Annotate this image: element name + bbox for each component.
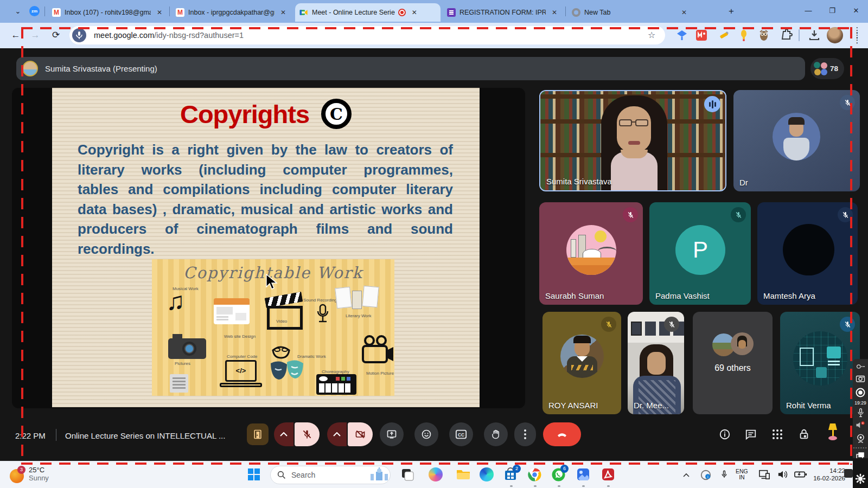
tray-mic-icon[interactable] bbox=[719, 469, 729, 482]
reload-button[interactable]: ⟳ bbox=[48, 27, 64, 43]
video-tile-dr[interactable]: Dr bbox=[733, 90, 860, 191]
browser-menu-icon[interactable]: ⋮⋮⋮ bbox=[853, 28, 861, 43]
mic-toggle-button[interactable] bbox=[295, 422, 320, 446]
microsoft-store-icon[interactable]: 2 bbox=[503, 467, 519, 483]
present-button[interactable] bbox=[380, 422, 404, 446]
recorder-speaker-icon[interactable]: ✕ bbox=[853, 421, 868, 432]
downloads-icon[interactable] bbox=[807, 28, 821, 42]
recorder-mic-icon[interactable] bbox=[853, 408, 868, 420]
mic-off-badge bbox=[601, 317, 616, 332]
browser-profile-avatar[interactable] bbox=[827, 27, 843, 43]
tab-gmail-1[interactable]: M Inbox (107) - rohitv198@gmail. ✕ bbox=[48, 3, 168, 22]
video-tile-rohit[interactable]: Rohit Verma bbox=[780, 312, 860, 414]
mic-off-badge bbox=[840, 95, 855, 110]
new-tab-button[interactable]: + bbox=[725, 5, 738, 18]
tab-close-icon[interactable]: ✕ bbox=[410, 9, 419, 16]
chrome-taskbar-icon[interactable] bbox=[527, 467, 542, 483]
recorder-record-icon[interactable] bbox=[853, 387, 868, 400]
tab-gmail-2[interactable]: M Inbox - iprgpgcdakpathar@gm ✕ bbox=[171, 3, 292, 22]
window-maximize-button[interactable]: ❐ bbox=[820, 0, 844, 22]
mic-off-badge bbox=[731, 207, 746, 222]
photos-icon[interactable] bbox=[576, 467, 591, 483]
site-mic-permission-icon[interactable] bbox=[72, 28, 86, 42]
camera-options-chevron[interactable] bbox=[327, 422, 347, 446]
tab-newtab[interactable]: New Tab ✕ bbox=[567, 3, 715, 22]
bookmark-star-icon[interactable]: ☆ bbox=[648, 30, 658, 40]
video-tile-padma[interactable]: P Padma Vashist bbox=[649, 202, 751, 305]
more-options-button[interactable] bbox=[514, 422, 536, 446]
tray-hidden-icons-chevron[interactable] bbox=[682, 470, 690, 480]
tray-battery-icon[interactable] bbox=[794, 469, 807, 482]
host-controls-button[interactable] bbox=[796, 427, 812, 442]
slide-body-text: Copyright is a right given by the law to… bbox=[78, 140, 453, 259]
meet-icon bbox=[299, 8, 308, 17]
extension-icon-blue[interactable] bbox=[675, 28, 689, 42]
file-explorer-icon[interactable] bbox=[456, 467, 471, 483]
window-close-button[interactable]: ✕ bbox=[844, 0, 868, 22]
extension-icon-owl[interactable] bbox=[757, 28, 771, 42]
tray-cast-icon[interactable] bbox=[758, 469, 770, 482]
task-view-icon[interactable] bbox=[400, 467, 416, 483]
participants-count-pill[interactable]: 78 bbox=[810, 58, 844, 79]
tray-clock[interactable]: 14:22 16-02-2026 bbox=[813, 467, 845, 482]
forward-button[interactable]: → bbox=[27, 27, 43, 43]
camera-toggle-button[interactable] bbox=[348, 422, 373, 446]
presenter-banner: Sumita Srivastava (Presenting) bbox=[16, 57, 805, 80]
recorder-settings-icon[interactable] bbox=[853, 473, 868, 486]
mouse-cursor bbox=[265, 274, 279, 292]
gmail-icon: M bbox=[176, 8, 184, 17]
edge-icon[interactable] bbox=[480, 467, 495, 483]
meet-control-bar: 2:22 PM Online Lecture Series on INTELLE… bbox=[0, 415, 868, 461]
video-tile-saurabh[interactable]: Saurabh Suman bbox=[539, 202, 643, 305]
tab-meet-active[interactable]: Meet - Online Lecture Serie ✕ bbox=[295, 3, 441, 22]
tray-language-indicator[interactable]: ENG IN bbox=[736, 468, 748, 480]
window-minimize-button[interactable]: — bbox=[796, 0, 820, 22]
copilot-icon[interactable] bbox=[429, 467, 444, 483]
acrobat-icon[interactable] bbox=[601, 467, 616, 483]
extension-icon-highlighter[interactable] bbox=[717, 28, 731, 42]
tab-close-icon[interactable]: ✕ bbox=[550, 9, 559, 16]
extension-icon-red[interactable] bbox=[694, 28, 709, 42]
video-tile-roy[interactable]: ROY ANSARI bbox=[542, 312, 621, 414]
recorder-plugin-icon[interactable] bbox=[853, 362, 868, 372]
video-tile-mamtesh[interactable]: Mamtesh Arya bbox=[757, 202, 858, 305]
chat-button[interactable] bbox=[743, 427, 758, 442]
video-tile-sumita[interactable]: Sumita Srivastava bbox=[539, 90, 726, 191]
extension-icon-bulb[interactable] bbox=[737, 28, 751, 42]
svg-text:✕: ✕ bbox=[862, 422, 864, 425]
tab-search-chevron-icon[interactable]: ⌄ bbox=[12, 5, 24, 17]
taskbar-search[interactable]: Search bbox=[270, 466, 391, 484]
recorder-webcam-icon[interactable] bbox=[853, 434, 868, 446]
roy-avatar bbox=[560, 335, 604, 378]
tile-others[interactable]: 69 others bbox=[693, 312, 773, 414]
presenter-avatar bbox=[22, 61, 38, 76]
door-button[interactable] bbox=[247, 423, 269, 445]
recorder-timer: 19:29 bbox=[853, 400, 868, 406]
activities-button[interactable] bbox=[770, 427, 785, 442]
others-avatar-2 bbox=[731, 332, 754, 355]
tray-weather-icon[interactable]: i bbox=[700, 469, 712, 483]
recorder-camera-icon[interactable] bbox=[853, 374, 868, 385]
tab-close-icon[interactable]: ✕ bbox=[680, 9, 688, 16]
meeting-details-button[interactable] bbox=[717, 427, 732, 442]
reactions-button[interactable] bbox=[414, 422, 438, 446]
end-call-button[interactable] bbox=[543, 422, 581, 446]
tray-volume-icon[interactable] bbox=[777, 469, 789, 482]
start-button[interactable] bbox=[247, 467, 262, 483]
captions-button[interactable]: CC bbox=[449, 422, 473, 446]
whatsapp-icon[interactable]: 6 bbox=[551, 467, 566, 483]
extensions-puzzle-icon[interactable] bbox=[779, 28, 793, 42]
tab-close-icon[interactable]: ✕ bbox=[155, 9, 164, 16]
video-tile-drmee[interactable]: Dr. Mee... bbox=[628, 312, 684, 414]
tab-forms[interactable]: REGISTRATION FORM: IPR LECT ✕ bbox=[443, 3, 563, 22]
taskbar-weather-widget[interactable]: 3 25°C Sunny bbox=[10, 466, 49, 483]
participants-avatars bbox=[814, 62, 828, 76]
mic-options-chevron[interactable] bbox=[274, 422, 293, 446]
lamp-overlay-icon[interactable] bbox=[826, 422, 840, 442]
dr-avatar bbox=[773, 113, 820, 160]
tray-notification-icon[interactable] bbox=[844, 469, 853, 478]
pinned-zoom-tab[interactable]: zm bbox=[29, 6, 40, 16]
raise-hand-button[interactable] bbox=[484, 422, 508, 446]
forms-icon bbox=[447, 8, 456, 17]
tab-close-icon[interactable]: ✕ bbox=[279, 9, 288, 16]
